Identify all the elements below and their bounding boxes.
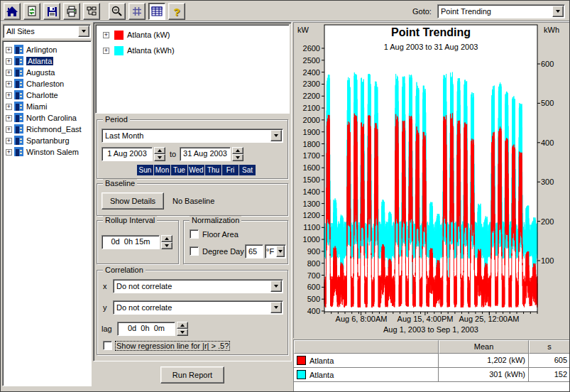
y-left-tick-label: 1800 [294, 140, 320, 148]
weekday-sun-button[interactable]: Sun [137, 165, 153, 175]
expand-icon[interactable]: + [103, 48, 109, 54]
floor-area-checkbox[interactable] [190, 229, 199, 239]
degree-unit-dropdown[interactable]: °F [265, 244, 286, 258]
weekday-sat-button[interactable]: Sat [239, 165, 256, 175]
lag-label: lag [102, 325, 112, 333]
spin-down-icon[interactable] [177, 329, 188, 336]
rollup-interval-field[interactable]: 0d 0h 15m [102, 235, 160, 249]
legend-item-kwh[interactable]: + Atlanta (kWh) [96, 43, 289, 58]
degree-day-checkbox[interactable] [190, 246, 199, 256]
expand-icon[interactable]: + [6, 81, 12, 87]
expand-icon[interactable]: + [6, 138, 12, 144]
expand-icon[interactable]: + [6, 47, 12, 53]
stats-row-mean: 1,202 (kW) [439, 354, 529, 368]
print-button[interactable] [63, 3, 80, 20]
expand-icon[interactable]: + [6, 149, 12, 156]
home-button[interactable] [4, 3, 21, 20]
sidebar-item-charlotte[interactable]: + Charlotte [3, 89, 91, 101]
weekday-wed-button[interactable]: Wed [188, 165, 204, 175]
save-button[interactable] [43, 3, 60, 20]
site-tree-button[interactable] [83, 3, 100, 20]
regression-checkbox[interactable] [103, 341, 112, 350]
expand-icon[interactable]: + [6, 58, 12, 65]
sidebar-item-arlington[interactable]: + Arlington [3, 44, 91, 55]
stats-row-kwh[interactable]: Atlanta 301 (kWh) 152 [294, 368, 570, 382]
degree-unit-arrow-icon[interactable] [276, 246, 285, 257]
end-date-field[interactable]: 31 Aug 2003 [180, 147, 231, 161]
start-date-spinner[interactable] [154, 147, 165, 161]
sidebar-item-charleston[interactable]: + Charleston [3, 78, 91, 89]
y-right-tick-label: 400 [541, 138, 569, 147]
start-date-field[interactable]: 1 Aug 2003 [102, 147, 153, 161]
run-report-button[interactable]: Run Report [160, 366, 224, 383]
sidebar-item-label: Charlotte [26, 91, 58, 99]
sidebar-item-north-carolina[interactable]: + North Carolina [3, 112, 91, 124]
sidebar-item-winston-salem[interactable]: + Winston Salem [3, 146, 91, 158]
degree-unit-value: °F [265, 246, 275, 257]
expand-icon[interactable]: + [6, 126, 12, 133]
x-axis-tick-label: Aug 25, 12:00AM [446, 315, 532, 323]
refresh-icon [26, 6, 38, 17]
refresh-button[interactable] [23, 3, 40, 20]
spin-down-icon[interactable] [161, 242, 172, 249]
correlate-y-arrow-icon[interactable] [270, 302, 282, 313]
period-preset-dropdown[interactable]: Last Month [102, 129, 283, 143]
spin-up-icon[interactable] [161, 235, 172, 242]
help-icon: ? [173, 6, 180, 18]
sidebar-item-richmond-east[interactable]: + Richmond_East [3, 124, 91, 135]
site-filter-dropdown[interactable]: All Sites [3, 24, 91, 38]
site-filter-arrow-icon[interactable] [78, 26, 89, 37]
correlation-group: Correlation x Do not correlate y Do not … [97, 270, 288, 355]
baseline-group: Baseline Show Details No Baseline [97, 183, 288, 216]
goto-dropdown-arrow-icon[interactable] [552, 6, 564, 17]
correlate-x-dropdown[interactable]: Do not correlate [113, 279, 283, 293]
floor-area-label: Floor Area [202, 230, 239, 239]
weekday-tue-button[interactable]: Tue [171, 165, 187, 175]
spin-up-icon[interactable] [177, 322, 188, 329]
table-view-button[interactable] [148, 3, 165, 20]
normalization-group: Normalization Floor Area Degree Day °F [183, 220, 288, 264]
sidebar-item-atlanta[interactable]: + Atlanta [3, 55, 91, 67]
regression-label: Show regression line for |r| > .5? [116, 342, 229, 350]
spin-up-icon[interactable] [154, 147, 165, 154]
spin-up-icon[interactable] [232, 147, 243, 154]
y-left-tick-label: 2000 [294, 116, 320, 124]
correlate-y-dropdown[interactable]: Do not correlate [113, 300, 283, 315]
spin-down-icon[interactable] [232, 154, 243, 161]
stats-row-kw[interactable]: Atlanta 1,202 (kW) 605 [294, 354, 570, 368]
spin-down-icon[interactable] [154, 154, 165, 161]
y-left-tick-label: 1000 [294, 235, 320, 244]
grid-button[interactable] [128, 3, 146, 20]
x-axis-title: Aug 1, 2003 to Sep 1, 2003 [324, 325, 537, 334]
end-date-spinner[interactable] [232, 147, 243, 161]
rollup-interval-spinner[interactable] [161, 235, 172, 249]
expand-icon[interactable]: + [6, 115, 12, 121]
degree-day-value-input[interactable] [245, 244, 263, 258]
help-button[interactable]: ? [168, 3, 185, 20]
sidebar-item-spartanburg[interactable]: + Spartanburg [3, 135, 91, 146]
show-details-button[interactable]: Show Details [102, 192, 164, 209]
y-left-tick-label: 500 [294, 295, 320, 303]
sidebar-item-label: Richmond_East [26, 125, 82, 134]
y-left-tick-label: 1700 [294, 151, 320, 160]
expand-icon[interactable]: + [6, 92, 12, 99]
sidebar-item-miami[interactable]: + Miami [3, 101, 91, 112]
weekday-mon-button[interactable]: Mon [154, 165, 170, 175]
y-left-tick-label: 1600 [294, 163, 320, 172]
print-icon [66, 6, 77, 17]
weekday-thu-button[interactable]: Thu [205, 165, 221, 175]
goto-dropdown[interactable]: Point Trending [437, 4, 565, 18]
weekday-fri-button[interactable]: Fri [222, 165, 239, 175]
y-right-tick-label: 500 [541, 99, 569, 107]
expand-icon[interactable]: + [6, 70, 12, 76]
lag-spinner[interactable] [177, 322, 188, 336]
expand-icon[interactable]: + [103, 32, 109, 38]
sidebar-item-augusta[interactable]: + Augusta [3, 67, 91, 78]
lag-field[interactable]: 0d 0h 0m [117, 322, 175, 336]
expand-icon[interactable]: + [6, 104, 12, 110]
correlate-x-arrow-icon[interactable] [270, 281, 282, 292]
period-preset-arrow-icon[interactable] [270, 130, 282, 141]
legend-item-kw[interactable]: + Atlanta (kW) [96, 27, 289, 43]
zoom-button[interactable] [109, 3, 126, 20]
period-preset-value: Last Month [102, 130, 270, 141]
